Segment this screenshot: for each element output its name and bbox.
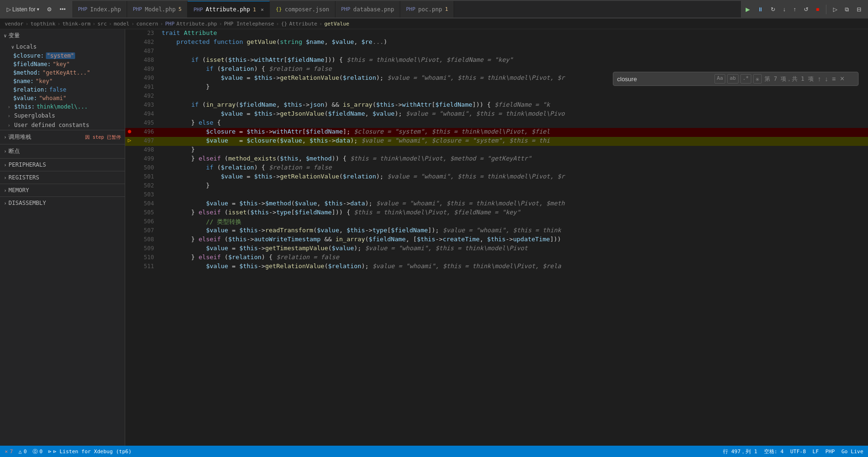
- var-relation[interactable]: $relation: false: [4, 85, 125, 94]
- breadcrumb-sep4: ›: [109, 21, 112, 27]
- linenum-498: 498: [134, 146, 160, 153]
- tab-composer[interactable]: {} composer.json: [270, 1, 335, 17]
- debug-pause-button[interactable]: ⏸: [755, 4, 766, 15]
- search-input[interactable]: [617, 76, 712, 83]
- breadcrumb-attribute[interactable]: Attribute: [289, 21, 318, 27]
- search-regex-option[interactable]: .*: [740, 74, 751, 84]
- status-warnings[interactable]: △ 0: [18, 449, 26, 455]
- gutter-497: ▷: [125, 137, 134, 144]
- breakpoint-496[interactable]: ●: [128, 128, 131, 135]
- disassembly-header[interactable]: › DISASSEMBLY: [0, 197, 125, 209]
- debug-stop-button[interactable]: ■: [813, 4, 822, 15]
- var-method[interactable]: $method: "getKeyAtt...": [4, 68, 125, 77]
- var-fieldname[interactable]: $fieldName: "key": [4, 60, 125, 68]
- breadcrumb-concern[interactable]: concern: [136, 21, 158, 27]
- breadcrumb-vendor[interactable]: vendor: [5, 21, 24, 27]
- layout-button[interactable]: ⊟: [854, 4, 864, 15]
- status-info[interactable]: ⓪ 0: [33, 448, 43, 455]
- main-content: ∨ 变量 ∨ Locals $closure: "system" $f: [0, 29, 868, 446]
- peripherals-header[interactable]: › PERIPHERALS: [0, 159, 125, 171]
- tab-label-index: Index.php: [90, 6, 121, 13]
- breadcrumb-intelephense[interactable]: PHP Intelephense: [224, 21, 274, 27]
- call-stack-header[interactable]: › 调用堆栈 因 step 已暂停: [0, 130, 125, 144]
- var-name-item[interactable]: $name: "key": [4, 77, 125, 85]
- breadcrumb-getvalue[interactable]: getValue: [324, 21, 349, 27]
- status-line[interactable]: 行 497，列 1: [723, 448, 757, 455]
- settings-button[interactable]: ⚙: [44, 4, 55, 15]
- code-line-511: 511 $value = $this->getRelationValue($re…: [125, 262, 868, 271]
- linecontent-508: } elseif ($this->autoWriteTimestamp && i…: [160, 236, 868, 243]
- listen-button[interactable]: ▷ Listen for ▾: [4, 4, 42, 15]
- linenum-508: 508: [134, 236, 160, 243]
- search-list-button[interactable]: ≡: [831, 75, 837, 83]
- tab-attribute[interactable]: PHP Attribute.php 1 ×: [188, 1, 270, 17]
- linecontent-493: if (in_array($fieldName, $this->json) &&…: [160, 101, 868, 108]
- user-constants-header[interactable]: › User defined constants: [0, 120, 125, 130]
- variables-header[interactable]: ∨ 变量: [0, 29, 125, 42]
- run-button[interactable]: ▷: [830, 4, 840, 15]
- breadcrumb-topthink[interactable]: topthink: [30, 21, 55, 27]
- search-next-button[interactable]: ↓: [824, 75, 830, 83]
- expand-superglobals-icon[interactable]: ›: [8, 113, 10, 118]
- breadcrumb-src[interactable]: src: [97, 21, 107, 27]
- linenum-492: 492: [134, 92, 160, 99]
- breakpoints-header[interactable]: › 断点: [0, 144, 125, 158]
- var-this[interactable]: › $this: think\model\...: [4, 102, 125, 111]
- status-language[interactable]: PHP: [825, 449, 835, 455]
- code-line-488: 488 if (isset($this->withAttr[$fieldName…: [125, 56, 868, 65]
- memory-header[interactable]: › MEMORY: [0, 184, 125, 196]
- status-listen[interactable]: ⊳ ⊳ Listen for Xdebug (tp6): [48, 449, 131, 455]
- tab-poc[interactable]: PHP poc.pnp 1: [400, 1, 454, 17]
- code-line-493: 493 if (in_array($fieldName, $this->json…: [125, 101, 868, 110]
- split-icon: ⧉: [845, 6, 849, 13]
- search-special-option[interactable]: ✳: [753, 74, 762, 84]
- user-constants-label: User defined constants: [14, 122, 89, 128]
- code-line-500: 500 if ($relation) { $relation = false: [125, 164, 868, 173]
- breadcrumb-model[interactable]: model: [114, 21, 129, 27]
- status-encoding[interactable]: UTF-8: [790, 449, 806, 455]
- status-errors[interactable]: × 7: [5, 449, 13, 455]
- chevron-down-icon: ▾: [37, 7, 39, 12]
- registers-header[interactable]: › REGISTERS: [0, 171, 125, 184]
- statusbar-left: × 7 △ 0 ⓪ 0 ⊳ ⊳ Listen for Xdebug (tp6): [5, 448, 131, 455]
- toolbar-sep-1: [826, 5, 826, 14]
- status-go-live[interactable]: Go Live: [842, 449, 863, 455]
- debug-stepinto-button[interactable]: ↓: [780, 4, 789, 15]
- expand-user-constants-icon[interactable]: ›: [8, 123, 10, 128]
- search-word-option[interactable]: ab: [727, 74, 738, 84]
- debug-continue-button[interactable]: ▶: [743, 4, 753, 15]
- search-case-option[interactable]: Aa: [714, 74, 725, 84]
- var-value-fieldname: "key": [52, 61, 69, 68]
- tab-index[interactable]: PHP Index.php: [72, 1, 127, 17]
- more-button[interactable]: •••: [57, 4, 69, 15]
- locals-header[interactable]: ∨ Locals: [4, 42, 125, 51]
- search-prev-button[interactable]: ↑: [816, 75, 823, 83]
- var-closure[interactable]: $closure: "system": [4, 51, 125, 60]
- tab-model[interactable]: PHP Model.php 5: [127, 1, 188, 17]
- status-line-ending[interactable]: LF: [813, 449, 819, 455]
- linecontent-511: $value = $this->getRelationValue($relati…: [160, 262, 868, 270]
- split-button[interactable]: ⧉: [842, 4, 852, 15]
- breadcrumb-thinkorm[interactable]: think-orm: [62, 21, 91, 27]
- var-value-closure: "system": [46, 52, 75, 59]
- tab-database[interactable]: PHP database.pnp: [335, 1, 401, 17]
- code-line-499: 499 } elseif (method_exists($this, $meth…: [125, 155, 868, 164]
- debug-stepout-button[interactable]: ↑: [791, 4, 799, 15]
- stepout-icon: ↑: [793, 6, 796, 13]
- search-close-button[interactable]: ×: [840, 75, 844, 83]
- expand-this-icon[interactable]: ›: [8, 104, 10, 110]
- breadcrumb-file[interactable]: Attribute.php: [176, 21, 217, 27]
- tab-modified-poc: 1: [445, 6, 448, 12]
- code-line-503: 503: [125, 191, 868, 200]
- status-spaces[interactable]: 空格: 4: [764, 448, 784, 455]
- var-name-this: $this:: [14, 103, 34, 110]
- php-icon: PHP: [341, 6, 351, 12]
- code-container[interactable]: 23 trait Attribute 482 protected functio…: [125, 29, 868, 446]
- json-icon: {}: [275, 6, 282, 12]
- tab-close-attribute[interactable]: ×: [261, 7, 264, 13]
- superglobals-header[interactable]: › Superglobals: [0, 111, 125, 120]
- tab-label-model: Model.php: [145, 6, 176, 13]
- debug-restart-button[interactable]: ↺: [801, 4, 811, 15]
- var-value-item[interactable]: $value: "whoami": [4, 94, 125, 102]
- debug-stepover-button[interactable]: ↻: [768, 4, 778, 15]
